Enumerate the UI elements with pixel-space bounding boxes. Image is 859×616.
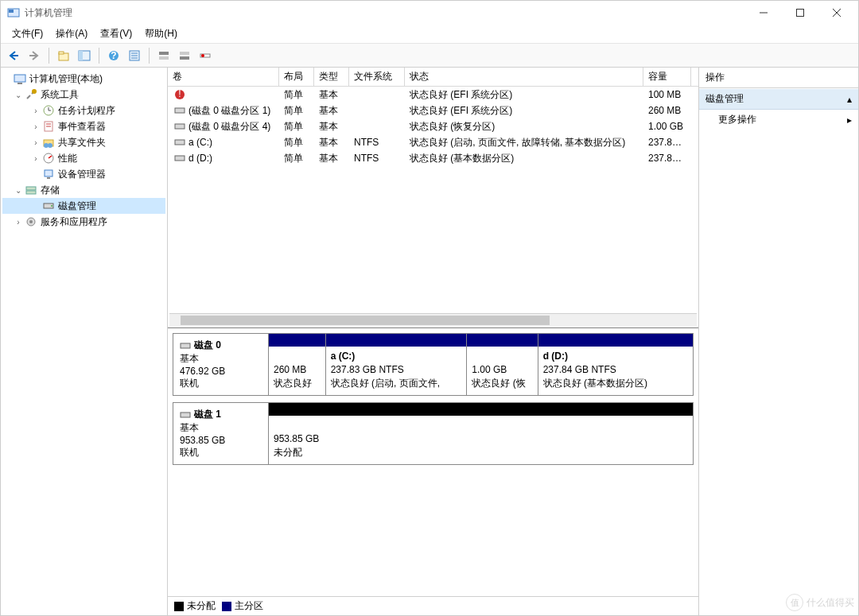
partition-bar [538,334,693,347]
partition[interactable]: d (D:)237.84 GB NTFS状态良好 (基本数据分区) [538,334,693,395]
menu-file[interactable]: 文件(F) [6,25,49,42]
menubar: 文件(F) 操作(A) 查看(V) 帮助(H) [1,25,858,44]
partition-status: 状态良好 (恢 [472,377,532,390]
partition-bar [269,403,693,416]
partition[interactable]: 953.85 GB未分配 [269,403,693,464]
disk-kind: 基本 [180,421,262,435]
svg-point-43 [51,205,52,207]
help-button[interactable]: ? [104,46,123,65]
volume-list-header[interactable]: 卷 布局 类型 文件系统 状态 容量 [168,68,698,87]
volume-row[interactable]: d (D:)简单基本NTFS状态良好 (基本数据分区)237.84 G [168,150,698,166]
properties-button[interactable] [125,46,144,65]
actions-pane: 操作 磁盘管理 ▴ 更多操作 ▸ [699,68,858,615]
horizontal-scrollbar[interactable] [169,313,697,326]
volume-fs [349,108,405,113]
volume-capacity: 260 MB [643,103,691,118]
volume-status: 状态良好 (基本数据分区) [405,149,643,168]
close-button[interactable] [818,1,855,25]
col-capacity[interactable]: 容量 [643,68,691,86]
view-top-button[interactable] [154,46,173,65]
partition-status: 未分配 [274,446,688,459]
tree-shared-folders[interactable]: › 共享文件夹 [2,134,165,150]
tree-disk-management[interactable]: 磁盘管理 [2,198,165,214]
svg-point-26 [32,89,37,94]
tree-services-apps[interactable]: › 服务和应用程序 [2,214,165,230]
tree-task-scheduler[interactable]: › 任务计划程序 [2,103,165,118]
show-hide-tree-button[interactable] [75,46,94,65]
col-layout[interactable]: 布局 [279,68,314,86]
svg-rect-20 [180,52,189,55]
tree-system-tools[interactable]: ⌄ 系统工具 [2,87,165,103]
actions-more[interactable]: 更多操作 ▸ [699,110,858,130]
volume-capacity: 237.83 G [643,134,691,150]
tree-label: 磁盘管理 [58,200,96,213]
actions-section-disk-management[interactable]: 磁盘管理 ▴ [699,88,858,110]
partition[interactable]: 1.00 GB状态良好 (恢 [467,334,538,395]
volume-row[interactable]: (磁盘 0 磁盘分区 4)简单基本状态良好 (恢复分区)1.00 GB [168,118,698,134]
performance-icon [42,152,55,165]
partition-bar [467,334,537,347]
volume-row[interactable]: !简单基本状态良好 (EFI 系统分区)100 MB [168,87,698,103]
tree-device-manager[interactable]: 设备管理器 [2,166,165,182]
maximize-button[interactable] [782,1,818,25]
tree-storage[interactable]: ⌄ 存储 [2,182,165,198]
app-icon [7,6,20,19]
svg-rect-21 [180,56,189,60]
back-button[interactable] [4,46,23,65]
view-bottom-button[interactable] [175,46,194,65]
tree-performance[interactable]: › 性能 [2,150,165,166]
disk-icon [180,409,191,420]
services-icon [25,215,37,228]
navigation-tree[interactable]: 计算机管理(本地) ⌄ 系统工具 › 任务计划程序 › 事件查看器 › 共享文件… [1,68,168,615]
partition[interactable]: 260 MB状态良好 [269,334,326,395]
partition[interactable]: a (C:)237.83 GB NTFS状态良好 (启动, 页面文件, [326,334,468,395]
legend: 未分配 主分区 [168,596,698,615]
svg-rect-40 [26,187,36,190]
partition-status: 状态良好 (启动, 页面文件, [331,377,462,390]
forward-button[interactable] [25,46,44,65]
chevron-right-icon[interactable]: › [31,138,41,147]
menu-action[interactable]: 操作(A) [49,25,94,42]
partition-size: 237.84 GB NTFS [543,363,688,377]
tree-event-viewer[interactable]: › 事件查看器 [2,118,165,134]
volume-row[interactable]: (磁盘 0 磁盘分区 1)简单基本状态良好 (EFI 系统分区)260 MB [168,103,698,118]
tree-label: 任务计划程序 [58,104,115,118]
volume-row[interactable]: a (C:)简单基本NTFS状态良好 (启动, 页面文件, 故障转储, 基本数据… [168,134,698,150]
menu-help[interactable]: 帮助(H) [138,25,184,42]
volume-icon: ! [174,89,185,100]
volume-list-body[interactable]: !简单基本状态良好 (EFI 系统分区)100 MB(磁盘 0 磁盘分区 1)简… [168,87,698,313]
chevron-right-icon[interactable]: › [31,107,41,115]
window-title: 计算机管理 [25,6,72,20]
chevron-right-icon[interactable]: › [14,218,23,227]
disk-row[interactable]: 磁盘 1基本953.85 GB联机 953.85 GB未分配 [173,402,694,465]
disk-graphical-view[interactable]: 磁盘 0基本476.92 GB联机 260 MB状态良好a (C:)237.83… [168,328,698,596]
volume-icon [174,121,185,132]
tree-root[interactable]: 计算机管理(本地) [2,71,165,87]
settings-button[interactable] [196,46,215,65]
shared-folder-icon [42,136,55,149]
disk-row[interactable]: 磁盘 0基本476.92 GB联机 260 MB状态良好a (C:)237.83… [173,333,694,396]
tree-label: 性能 [58,152,77,165]
collapse-icon[interactable]: ▴ [847,94,852,105]
chevron-right-icon[interactable]: › [31,154,41,163]
volume-name: a (C:) [189,137,212,148]
menu-view[interactable]: 查看(V) [94,25,138,42]
chevron-down-icon[interactable]: ⌄ [14,91,23,99]
content-area: 卷 布局 类型 文件系统 状态 容量 !简单基本状态良好 (EFI 系统分区)1… [168,68,699,615]
col-fs[interactable]: 文件系统 [349,68,405,86]
volume-icon [174,105,185,116]
svg-rect-9 [59,52,64,54]
chevron-right-icon[interactable]: › [31,122,41,131]
svg-point-45 [29,220,33,223]
minimize-button[interactable] [745,1,782,25]
up-button[interactable] [54,46,73,65]
svg-rect-49 [175,124,185,129]
col-type[interactable]: 类型 [314,68,349,86]
device-icon [42,168,55,180]
volume-icon [174,137,185,148]
actions-section-label: 磁盘管理 [705,92,744,106]
chevron-down-icon[interactable]: ⌄ [14,186,23,195]
col-volume[interactable]: 卷 [168,68,279,86]
svg-rect-3 [797,10,804,17]
col-status[interactable]: 状态 [405,68,643,86]
